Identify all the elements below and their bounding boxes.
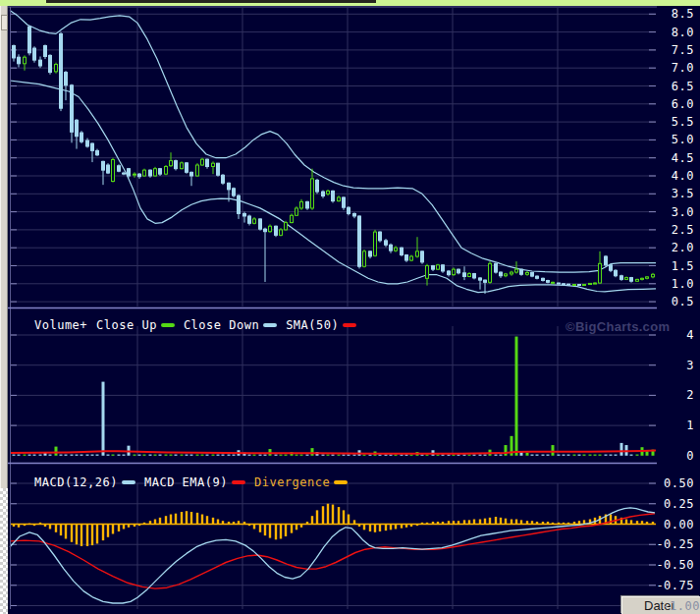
volume-legend-title: Volume+: [34, 318, 87, 332]
stock-chart-canvas: [8, 6, 700, 614]
price-axis-label: 1.0: [651, 277, 694, 291]
price-axis-label: 4.5: [651, 151, 694, 165]
price-axis-label: 2.5: [651, 223, 694, 237]
price-axis-label: 1.5: [651, 259, 694, 273]
price-axis-label: 8.0: [651, 26, 694, 39]
legend-swatch-macd-ema-icon: [232, 480, 245, 484]
legend-item-macd-ema: MACD EMA(9): [144, 475, 245, 489]
volume-axis-label: 3: [651, 359, 694, 372]
price-axis-label: 2.0: [651, 241, 694, 254]
volume-legend: Volume+ Close Up Close Down SMA(50): [34, 318, 356, 332]
volume-axis-label: 2: [651, 388, 694, 402]
price-axis-label: 0.5: [651, 295, 694, 308]
legend-item-close-up: Close Up: [96, 318, 175, 332]
legend-swatch-macd-icon: [122, 480, 135, 484]
chart-area: 8.58.07.57.06.56.05.55.04.54.03.53.02.52…: [8, 6, 700, 614]
price-axis-label: 5.0: [651, 133, 694, 146]
legend-swatch-close-down-icon: [263, 323, 277, 327]
scrollbar-button[interactable]: [1, 15, 8, 30]
price-axis-label: 5.5: [651, 115, 694, 129]
volume-axis-label: 1: [651, 419, 694, 432]
macd-legend: MACD(12,26) MACD EMA(9) Divergence: [34, 475, 348, 489]
macd-axis-label: 0.50: [651, 476, 694, 490]
volume-axis-label: 0: [651, 449, 694, 463]
price-axis-label: 8.5: [651, 7, 694, 21]
legend-swatch-sma50-icon: [343, 323, 356, 327]
price-axis-label: 7.5: [651, 43, 694, 57]
legend-item-sma50: SMA(50): [286, 318, 356, 332]
price-axis-label: 3.5: [651, 187, 694, 200]
top-window-strip-dark-segment: [46, 0, 376, 3]
legend-swatch-close-up-icon: [161, 323, 175, 327]
price-axis-label: 6.0: [651, 97, 694, 111]
legend-item-close-down: Close Down: [184, 318, 277, 332]
price-axis-label: 7.0: [651, 61, 694, 75]
bigcharts-watermark: ©BigCharts.com: [565, 319, 664, 334]
transparency-checkerboard: [0, 488, 8, 614]
macd-axis-label: 0.00: [651, 518, 694, 531]
axis-label-ghost: -1.00: [662, 599, 700, 613]
datei-menu-item[interactable]: Datei -1.00: [621, 596, 700, 614]
macd-axis-label: -0.25: [651, 537, 694, 551]
price-axis-label: 3.0: [651, 205, 694, 219]
macd-axis-label: 0.25: [651, 497, 694, 511]
price-axis-label: 4.0: [651, 169, 694, 183]
macd-axis-label: -0.75: [651, 579, 694, 592]
legend-item-macd: MACD(12,26): [34, 475, 135, 489]
price-axis-label: 6.5: [651, 80, 694, 93]
left-window-edge: [0, 6, 8, 488]
macd-axis-label: -0.50: [651, 558, 694, 572]
legend-item-divergence: Divergence: [254, 475, 348, 489]
bigcharts-screenshot: 8.58.07.57.06.56.05.55.04.54.03.53.02.52…: [0, 0, 700, 614]
legend-swatch-divergence-icon: [334, 480, 348, 484]
